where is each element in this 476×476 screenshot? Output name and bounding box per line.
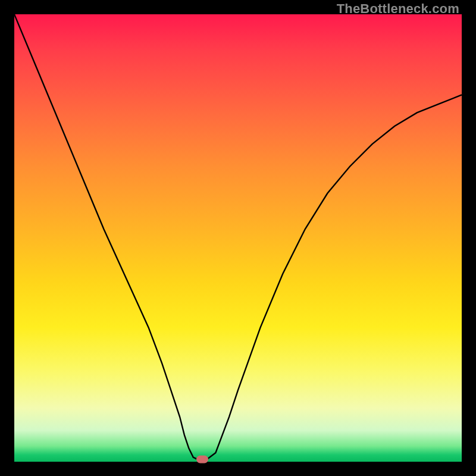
optimal-point-marker	[196, 456, 208, 464]
bottleneck-curve	[14, 14, 462, 462]
plot-frame	[14, 14, 462, 462]
